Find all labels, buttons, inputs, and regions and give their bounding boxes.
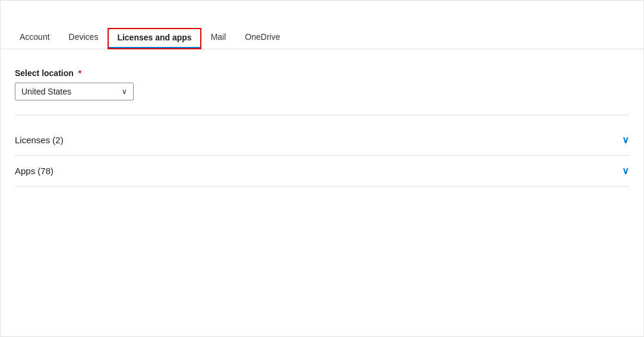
tab-mail[interactable]: Mail bbox=[201, 32, 236, 49]
select-location-section: Select location * United States ∨ bbox=[15, 68, 629, 100]
apps-section[interactable]: Apps (78) ∨ bbox=[15, 156, 629, 186]
tab-account[interactable]: Account bbox=[10, 32, 59, 49]
location-dropdown[interactable]: United States ∨ bbox=[15, 83, 134, 100]
tab-onedrive[interactable]: OneDrive bbox=[235, 32, 289, 49]
chevron-down-icon: ∨ bbox=[122, 87, 127, 96]
divider-1 bbox=[15, 115, 629, 115]
location-selected-value: United States bbox=[21, 87, 71, 96]
page-container: Account Devices Licenses and apps Mail O… bbox=[0, 0, 644, 337]
select-location-label: Select location * bbox=[15, 68, 629, 78]
licenses-chevron-icon: ∨ bbox=[622, 134, 629, 146]
divider-3 bbox=[15, 186, 629, 187]
licenses-section-label: Licenses (2) bbox=[15, 135, 64, 145]
tab-devices[interactable]: Devices bbox=[59, 32, 108, 49]
content-area: Select location * United States ∨ Licens… bbox=[1, 49, 643, 336]
required-indicator: * bbox=[76, 68, 81, 78]
licenses-section[interactable]: Licenses (2) ∨ bbox=[15, 125, 629, 155]
apps-section-label: Apps (78) bbox=[15, 166, 53, 176]
tab-navigation: Account Devices Licenses and apps Mail O… bbox=[1, 1, 643, 49]
apps-chevron-icon: ∨ bbox=[622, 165, 629, 177]
tab-licenses-and-apps[interactable]: Licenses and apps bbox=[108, 28, 201, 49]
